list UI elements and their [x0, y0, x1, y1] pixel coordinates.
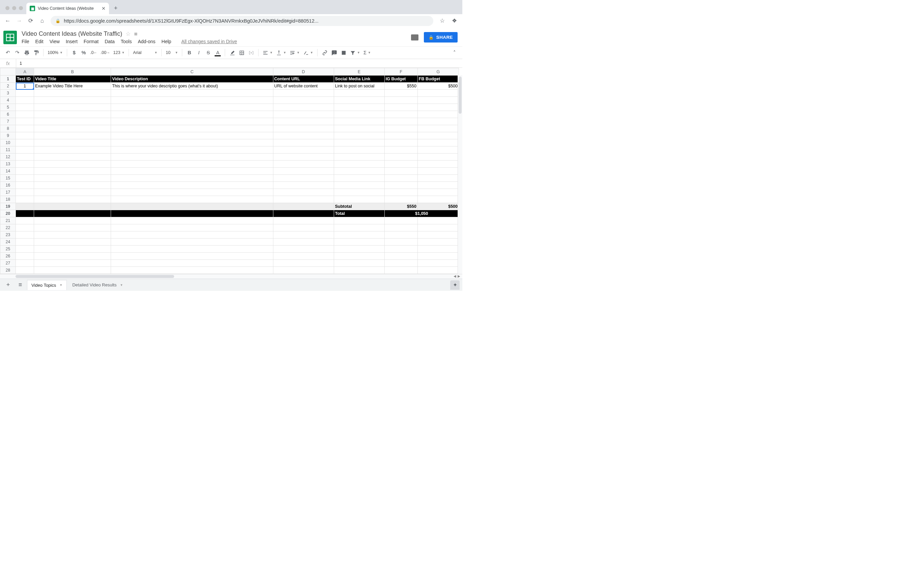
cell[interactable] — [111, 196, 273, 203]
row[interactable]: 14 — [0, 168, 459, 175]
cell[interactable] — [111, 175, 273, 182]
cell[interactable] — [273, 90, 334, 97]
add-sheet-button[interactable]: + — [3, 280, 14, 290]
cell[interactable] — [417, 239, 459, 245]
row-header[interactable]: 23 — [0, 231, 16, 239]
cell[interactable] — [385, 175, 417, 182]
paint-format-button[interactable] — [32, 48, 40, 57]
back-button[interactable]: ← — [5, 17, 11, 24]
cell[interactable]: Subtotal — [334, 203, 385, 210]
cell[interactable] — [111, 132, 273, 139]
col-head-G[interactable]: G — [417, 68, 459, 76]
rotate-button[interactable]: ▼ — [302, 48, 315, 57]
cell[interactable] — [34, 175, 111, 182]
cell[interactable] — [34, 267, 111, 274]
cell[interactable] — [334, 175, 385, 182]
row[interactable]: 3 — [0, 90, 459, 97]
cell[interactable] — [385, 224, 417, 231]
dec-decrease-button[interactable]: .0← — [89, 48, 99, 57]
merge-button[interactable] — [247, 48, 255, 57]
sheet-tab-active[interactable]: Video Topics▼ — [27, 280, 67, 290]
cell[interactable] — [417, 147, 459, 153]
row[interactable]: 26 — [0, 253, 459, 260]
vertical-scrollbar[interactable] — [457, 75, 462, 278]
col-head-D[interactable]: D — [273, 68, 334, 76]
menu-file[interactable]: File — [22, 39, 29, 44]
row[interactable]: 27 — [0, 260, 459, 267]
redo-button[interactable]: ↷ — [13, 48, 22, 57]
cell[interactable]: Social Media Link — [334, 76, 385, 83]
menu-format[interactable]: Format — [84, 39, 99, 44]
select-all-corner[interactable] — [0, 68, 16, 76]
address-bar[interactable]: 🔒 https://docs.google.com/spreadsheets/d… — [51, 16, 433, 26]
cell[interactable] — [16, 189, 34, 196]
cell[interactable] — [417, 104, 459, 111]
window-controls[interactable] — [3, 6, 26, 14]
row-header[interactable]: 28 — [0, 267, 16, 274]
cell[interactable] — [34, 104, 111, 111]
cell[interactable] — [34, 196, 111, 203]
explore-button[interactable]: ✦ — [450, 280, 460, 290]
cell[interactable] — [273, 239, 334, 245]
cell[interactable] — [111, 111, 273, 118]
cell[interactable] — [385, 217, 417, 224]
row[interactable]: 1Test IDVideo TitleVideo DescriptionCont… — [0, 76, 459, 83]
cell[interactable] — [34, 217, 111, 224]
collapse-toolbar-icon[interactable]: ˄ — [450, 48, 459, 57]
row[interactable]: 16 — [0, 182, 459, 189]
row[interactable]: 4 — [0, 97, 459, 104]
row[interactable]: 28 — [0, 267, 459, 274]
new-tab-button[interactable]: + — [111, 3, 120, 13]
column-headers[interactable]: A B C D E F G — [0, 68, 459, 76]
cell[interactable] — [16, 153, 34, 161]
row[interactable]: 9 — [0, 132, 459, 139]
comments-icon[interactable] — [411, 34, 419, 40]
currency-button[interactable]: $ — [70, 48, 79, 57]
cell[interactable] — [385, 139, 417, 147]
cell[interactable] — [16, 132, 34, 139]
cell[interactable]: 1 — [16, 83, 34, 90]
cell[interactable] — [334, 245, 385, 253]
cell[interactable] — [111, 118, 273, 125]
cell[interactable] — [16, 231, 34, 239]
cell[interactable] — [273, 168, 334, 175]
cell[interactable] — [385, 260, 417, 267]
cell[interactable] — [417, 161, 459, 168]
row-header[interactable]: 27 — [0, 260, 16, 267]
cell[interactable] — [417, 153, 459, 161]
cell[interactable] — [34, 189, 111, 196]
cell[interactable] — [111, 217, 273, 224]
cell[interactable] — [334, 253, 385, 260]
row[interactable]: 24 — [0, 239, 459, 245]
cell[interactable] — [334, 147, 385, 153]
cell[interactable] — [34, 125, 111, 132]
cell[interactable] — [273, 125, 334, 132]
halign-button[interactable]: ▼ — [261, 48, 274, 57]
valign-button[interactable]: ▼ — [275, 48, 287, 57]
cell[interactable] — [417, 139, 459, 147]
col-head-E[interactable]: E — [334, 68, 385, 76]
cell[interactable] — [334, 139, 385, 147]
cell[interactable] — [334, 90, 385, 97]
row[interactable]: 19Subtotal$550$500 — [0, 203, 459, 210]
row[interactable]: 21 — [0, 217, 459, 224]
cell[interactable]: Link to post on social — [334, 83, 385, 90]
cell[interactable] — [334, 189, 385, 196]
cell[interactable] — [16, 253, 34, 260]
forward-button[interactable]: → — [16, 17, 22, 24]
scroll-right-icon[interactable]: ▶ — [457, 274, 460, 278]
row[interactable]: 6 — [0, 111, 459, 118]
fill-color-button[interactable] — [228, 48, 236, 57]
cell[interactable]: $550 — [385, 203, 417, 210]
cell[interactable] — [417, 260, 459, 267]
cell[interactable] — [16, 175, 34, 182]
reload-button[interactable]: ⟳ — [28, 17, 34, 24]
cell[interactable] — [273, 203, 334, 210]
row-header[interactable]: 18 — [0, 196, 16, 203]
cell[interactable] — [417, 132, 459, 139]
cell[interactable] — [16, 224, 34, 231]
cell[interactable] — [16, 90, 34, 97]
cell[interactable] — [273, 260, 334, 267]
cell[interactable] — [34, 97, 111, 104]
cell[interactable] — [273, 118, 334, 125]
